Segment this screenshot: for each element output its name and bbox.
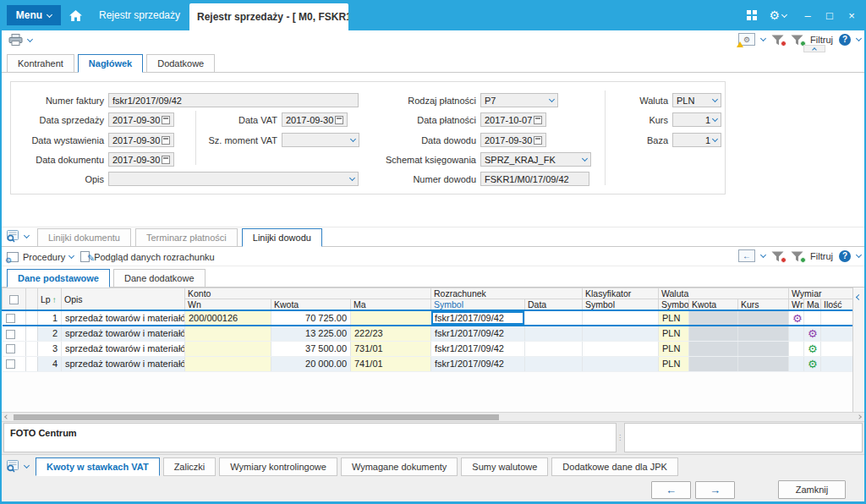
tab-linijki-dokumentu[interactable]: Linijki dokumentu [37, 228, 131, 247]
rodzaj-platnosci-combo[interactable]: P7 [480, 93, 558, 107]
cell-waluta-kwota[interactable] [689, 310, 738, 326]
cell-ma[interactable] [351, 310, 431, 326]
cell-kwota[interactable]: 37 500.00 [271, 341, 351, 356]
cell-wn[interactable] [185, 326, 271, 341]
col-konto-ma[interactable]: Ma [351, 299, 431, 311]
cell-rozrachunek-data[interactable] [525, 326, 583, 341]
data-dowodu-field[interactable]: 2017-09-30 [480, 133, 546, 147]
cell-wymiar-wn[interactable] [789, 326, 804, 341]
podglad-rozrachunku-button[interactable]: ✎ Podgląd danych rozrachunku [80, 251, 214, 262]
table-view-button[interactable] [7, 230, 29, 243]
splitter[interactable]: ⋮ [617, 423, 623, 452]
maximize-button[interactable]: □ [820, 6, 839, 25]
row-select-cell[interactable] [3, 356, 26, 371]
cell-waluta-kwota[interactable] [689, 326, 738, 341]
minimize-button[interactable]: – [798, 6, 817, 25]
col-lp[interactable]: Lp↑ [38, 288, 62, 311]
filter-icon[interactable] [791, 34, 804, 45]
cell-rozrachunek-data[interactable] [525, 356, 583, 371]
kurs-field[interactable]: 1 [672, 112, 721, 127]
filtruj-label[interactable]: Filtruj [810, 35, 833, 45]
colgroup-waluta[interactable]: Waluta [659, 288, 789, 299]
help-icon[interactable]: ? [839, 34, 851, 46]
tab-naglowek[interactable]: Nagłówek [78, 54, 143, 73]
tab-dodatkowe-dane-dla-jpk[interactable]: Dodatkowe dane dla JPK [551, 457, 678, 476]
chevron-down-icon[interactable] [856, 252, 862, 258]
cell-waluta-symbol[interactable]: PLN [659, 310, 689, 326]
cell-ilosc[interactable] [821, 341, 853, 356]
calendar-icon[interactable] [162, 136, 170, 145]
home-button[interactable] [61, 5, 90, 25]
select-all-checkbox[interactable] [9, 295, 19, 304]
tab-zaliczki[interactable]: Zaliczki [163, 457, 216, 476]
data-sprzedazy-field[interactable]: 2017-09-30 [108, 112, 174, 127]
row-checkbox[interactable] [6, 344, 15, 353]
waluta-combo[interactable]: PLN [672, 93, 721, 107]
cell-waluta-symbol[interactable]: PLN [659, 341, 689, 356]
cell-lp[interactable]: 1 [38, 310, 62, 326]
print-button[interactable] [8, 34, 32, 46]
cell-waluta-kwota[interactable] [689, 341, 738, 356]
cell-wn[interactable] [185, 356, 271, 371]
chevron-down-icon[interactable] [760, 36, 766, 41]
col-waluta-symbol[interactable]: Symbol [659, 299, 689, 311]
data-platnosci-field[interactable]: 2017-10-07 [480, 112, 546, 127]
table-row[interactable]: 4 sprzedaż towarów i materiałów 20 000.0… [3, 356, 853, 371]
data-vat-field[interactable]: 2017-09-30 [282, 112, 348, 127]
row-select-cell[interactable] [3, 341, 26, 356]
cell-wymiar-wn[interactable] [789, 356, 804, 371]
numer-dowodu-field[interactable]: FSKR1/M0/17/09/42 [480, 172, 589, 186]
tab-kontrahent[interactable]: Kontrahent [7, 54, 74, 73]
cell-ma[interactable]: 222/23 [351, 326, 431, 341]
procedury-button[interactable]: ⚙ Procedury [7, 252, 74, 262]
scroll-right-icon[interactable] [857, 414, 862, 419]
numer-faktury-field[interactable]: fskr1/2017/09/42 [108, 93, 359, 107]
cell-ilosc[interactable] [821, 326, 853, 341]
cell-lp[interactable]: 4 [38, 356, 62, 371]
cell-kurs[interactable] [738, 310, 789, 326]
calendar-icon[interactable] [534, 116, 542, 124]
colgroup-klasyfikator[interactable]: Klasyfikator [583, 288, 659, 299]
scrollbar-thumb[interactable] [14, 414, 499, 420]
filter-icon[interactable] [791, 250, 804, 261]
clear-filter-icon[interactable] [771, 34, 785, 45]
cell-wymiar-ma[interactable] [804, 310, 821, 326]
calendar-icon[interactable] [534, 136, 542, 145]
col-kurs[interactable]: Kurs [738, 299, 789, 311]
scroll-left-icon[interactable] [4, 414, 9, 419]
row-checkbox[interactable] [6, 359, 15, 369]
cell-ilosc[interactable] [821, 310, 853, 326]
schemat-ksiegowania-combo[interactable]: SPRZ_KRAJ_FK [480, 152, 591, 167]
menu-button[interactable]: Menu [7, 5, 61, 25]
col-wymiar-ma[interactable]: Ma [804, 299, 821, 311]
data-dokumentu-field[interactable]: 2017-09-30 [108, 152, 174, 167]
note-left-panel[interactable]: FOTO Centrum [3, 423, 617, 452]
view-options-icon[interactable]: ⚙ [738, 33, 755, 46]
col-konto-wn[interactable]: Wn [185, 299, 271, 311]
settings-gear-button[interactable]: ⚙ [769, 8, 787, 22]
cell-klasyfikator[interactable] [583, 326, 659, 341]
filtruj-label[interactable]: Filtruj [810, 251, 833, 261]
row-select-cell[interactable] [3, 310, 26, 326]
data-wystawienia-field[interactable]: 2017-09-30 [108, 133, 174, 147]
cell-lp[interactable]: 3 [38, 341, 62, 356]
dimension-gear-icon[interactable]: ⚙ [808, 343, 818, 354]
cell-kwota[interactable]: 20 000.00 [271, 356, 351, 371]
col-rozrachunek-data[interactable]: Data [525, 299, 583, 311]
cell-kwota[interactable]: 70 725.00 [271, 310, 351, 326]
col-waluta-kwota[interactable]: Kwota [689, 299, 738, 311]
tab-wymiary-kontrolingowe[interactable]: Wymiary kontrolingowe [219, 457, 337, 476]
col-kwota[interactable]: Kwota [271, 299, 351, 311]
cell-wymiar-ma[interactable]: ⚙ [804, 341, 821, 356]
cell-kurs[interactable] [738, 341, 789, 356]
chevron-down-icon[interactable] [856, 36, 862, 41]
col-klasyfikator-symbol[interactable]: Symbol [583, 299, 659, 311]
col-ilosc[interactable]: Ilość [821, 299, 853, 311]
table-row[interactable]: 1 sprzedaż towarów i materiałów 200/0001… [3, 310, 853, 326]
previous-record-button[interactable]: ← [651, 481, 691, 499]
chevron-down-icon[interactable] [760, 252, 766, 258]
dimension-gear-icon[interactable]: ⚙ [792, 313, 803, 324]
zamknij-button[interactable]: Zamknij [778, 480, 846, 499]
tab-rejestr-sprzedazy[interactable]: Rejestr sprzedaży [90, 0, 189, 30]
close-button[interactable]: × [842, 6, 861, 25]
